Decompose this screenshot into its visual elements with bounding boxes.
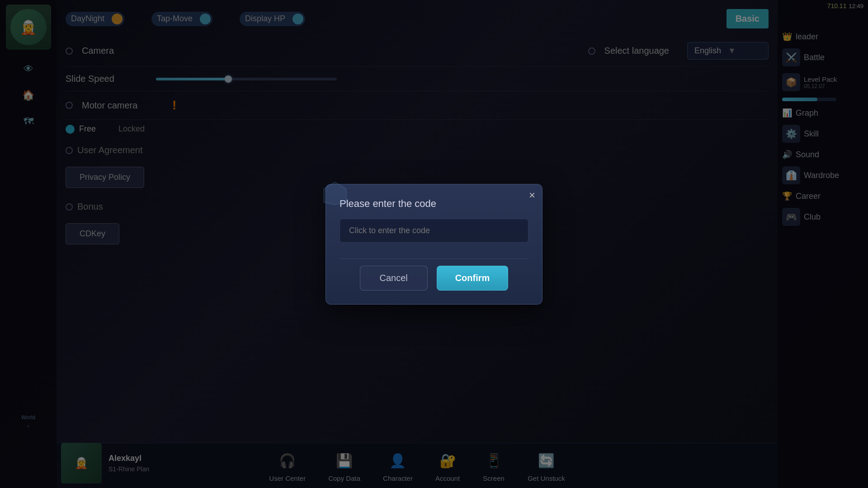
modal-close-button[interactable]: × bbox=[529, 190, 535, 201]
cancel-button[interactable]: Cancel bbox=[360, 266, 428, 291]
modal-dialog: × Please enter the code Cancel Confirm bbox=[326, 184, 542, 305]
modal-decor-icon bbox=[321, 180, 349, 207]
svg-marker-0 bbox=[324, 182, 346, 205]
modal-title: Please enter the code bbox=[340, 198, 528, 210]
modal-buttons: Cancel Confirm bbox=[340, 266, 528, 291]
confirm-button[interactable]: Confirm bbox=[437, 266, 509, 291]
modal-divider bbox=[340, 258, 528, 259]
modal-overlay: × Please enter the code Cancel Confirm bbox=[0, 0, 868, 488]
code-input[interactable] bbox=[340, 219, 528, 243]
